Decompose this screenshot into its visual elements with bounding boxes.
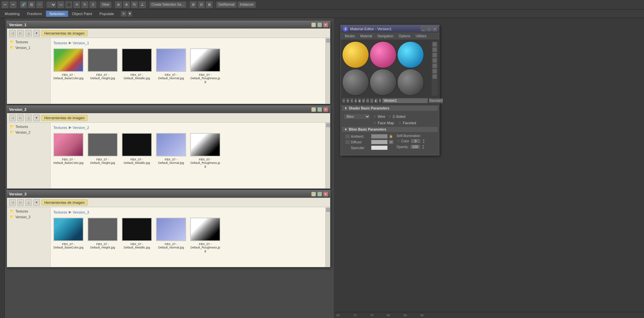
mat-nav-icon9[interactable]: ◧ [374,98,378,103]
select-icon[interactable]: ▭ [57,1,64,8]
thumb-v1-height[interactable]: FBX_07 - Default_Height.jpg [88,48,118,83]
rotate-icon[interactable]: ↻ [81,1,89,8]
mat-section-blinn-header[interactable]: ▼ Blinn Basic Parameters [342,127,438,132]
mat-prev-icon3[interactable] [432,53,437,57]
mat-prev-icon4[interactable] [432,58,437,63]
fb1-back-icon[interactable]: ◁ [9,30,16,37]
menu-modeling[interactable]: Modeling [1,11,23,17]
thumb-v3-basecolor[interactable]: FBX_07 - Default_BaseColor.jpg [53,218,84,253]
fb3-sidebar-item2[interactable]: 📁 Version_3 [8,214,49,220]
thumb-v3-height[interactable]: FBX_07 - Default_Height.jpg [88,218,118,253]
menu-freeform[interactable]: Freeform [24,11,46,17]
getnormal-button[interactable]: GetNormal [216,1,237,8]
link-icon[interactable]: 🔗 [20,1,27,8]
fb2-scrollbar[interactable] [325,123,330,188]
mat-prev-icon7[interactable] [432,74,437,79]
mat-nav-icon6[interactable]: ⊞ [362,98,365,103]
move-icon[interactable]: ✛ [73,1,80,8]
fb2-scroll-thumb[interactable] [326,123,330,127]
diffuse-swatch[interactable] [371,140,388,144]
region-icon[interactable]: ⬛ [65,1,72,8]
fb1-up-icon[interactable]: △ [25,30,32,37]
fb1-close[interactable]: ✕ [323,22,328,27]
mat-titlebar[interactable]: 3 Material Editor - Version1 _ □ ✕ [341,25,439,33]
fb1-sidebar-item1[interactable]: 📁 Textures [8,39,49,45]
fb2-up-icon[interactable]: △ [25,115,32,121]
fb3-scrollbar[interactable] [325,207,330,267]
fb2-maximize[interactable]: □ [317,107,322,112]
opacity-spin-up[interactable]: ▲ [422,144,425,147]
scale-icon[interactable]: ⧖ [89,1,97,8]
mat-sphere-yellow[interactable] [342,41,369,68]
opacity-spin-down[interactable]: ▼ [422,147,425,149]
fb2-titlebar[interactable]: Version_2 _ □ ✕ [7,106,330,113]
fb3-minimize[interactable]: _ [311,192,316,196]
fb2-bc2[interactable]: Version_2 [73,126,89,130]
fb1-bc1[interactable]: Textures [53,41,67,45]
mat-prev-icon1[interactable] [432,42,437,47]
menu-populate[interactable]: Populate [96,11,117,17]
ambient-color-icon[interactable] [345,134,350,139]
mat-menu-utilities[interactable]: Utilities [413,34,429,39]
thumb-v1-metallic[interactable]: FBX_07 - Default_Metallic.jpg [122,48,152,83]
self-illum-color-cb[interactable] [396,139,400,143]
instancer-button[interactable]: Instancer [237,1,256,8]
fb3-sidebar-item1[interactable]: 📁 Textures [8,209,49,214]
menu-icon2[interactable]: ▼ [127,11,132,17]
ambient-swatch[interactable] [371,134,388,139]
undo-icon[interactable]: ↩ [1,1,9,8]
fb2-sidebar-item2[interactable]: 📁 Version_2 [8,130,49,135]
mat-sphere-gray2[interactable] [370,69,396,96]
mat-nav-icon4[interactable]: ◈ [354,98,357,103]
mat-name-input[interactable] [382,98,428,103]
fb2-sidebar-item1[interactable]: 📁 Textures [8,124,49,130]
thumb-v2-basecolor[interactable]: FBX_07 - Default_BaseColor.jpg [53,133,84,168]
fb1-scroll-thumb[interactable] [326,39,330,43]
mirror-icon[interactable]: ⊟ [198,1,205,8]
fb2-back-icon[interactable]: ◁ [9,115,16,121]
array-icon[interactable]: ⊠ [206,1,213,8]
percent-icon[interactable]: % [131,1,138,8]
snap2-icon[interactable]: ⊕ [123,1,130,8]
two-sided-checkbox[interactable] [388,115,391,118]
self-illum-spin-down[interactable]: ▼ [422,141,425,143]
view-button[interactable]: View [100,1,112,8]
fb3-more-icon[interactable]: ▼ [33,199,40,206]
mat-prev-icon5[interactable] [432,63,437,68]
mat-menu-material[interactable]: Material [358,34,375,39]
thumb-v1-roughness[interactable]: FBX_07 - Default_Roughness.jpg [190,48,220,83]
fb1-sidebar-item2[interactable]: 📁 Version_1 [8,45,49,51]
thumb-v2-metallic[interactable]: FBX_07 - Default_Metallic.jpg [122,133,152,168]
fb1-maximize[interactable]: □ [317,22,322,27]
fb3-maximize[interactable]: □ [317,192,322,196]
mat-nav-icon1[interactable]: ✏ [342,98,345,103]
mat-sphere-gray3[interactable] [397,69,424,96]
fb2-close[interactable]: ✕ [323,107,328,112]
filter-dropdown[interactable]: All [46,1,56,8]
mat-shader-select[interactable]: Blinn [343,113,370,120]
fb2-more-icon[interactable]: ▼ [33,115,40,121]
angle-icon[interactable]: ∠ [139,1,146,8]
thumb-v3-normal[interactable]: FBX_07 - Default_Normal.jpg [156,218,186,253]
thumb-v2-roughness[interactable]: FBX_07 - Default_Roughness.jpg [190,133,220,168]
fb3-forward-icon[interactable]: ▷ [17,199,24,206]
fb3-bc2[interactable]: Version_3 [73,210,89,214]
fb1-more-icon[interactable]: ▼ [33,30,40,37]
thumb-v2-height[interactable]: FBX_07 - Default_Height.jpg [88,133,118,168]
thumb-v1-normal[interactable]: FBX_07 - Default_Normal.jpg [156,48,186,83]
unlink-icon[interactable]: ⛓ [28,1,35,8]
fb1-titlebar[interactable]: Version_1 _ □ ✕ [7,21,330,29]
mat-menu-options[interactable]: Options [396,34,413,39]
wire-checkbox[interactable] [373,115,376,118]
mat-sphere-teal[interactable] [397,41,424,68]
self-illum-spin-up[interactable]: ▲ [422,139,425,141]
redo-icon[interactable]: ↪ [9,1,17,8]
mat-nav-icon5[interactable]: ◉ [358,98,361,103]
mat-nav-icon7[interactable]: ⊟ [366,98,369,103]
fb3-back-icon[interactable]: ◁ [9,199,16,206]
ambient-lock[interactable]: 🔒 [388,134,393,139]
face-map-checkbox[interactable] [373,121,376,125]
snap-icon[interactable]: ⊕ [115,1,122,8]
fb3-scroll-thumb[interactable] [326,208,330,212]
thumb-v1-basecolor[interactable]: FBX_07 - Default_BaseColor.jpg [53,48,84,83]
